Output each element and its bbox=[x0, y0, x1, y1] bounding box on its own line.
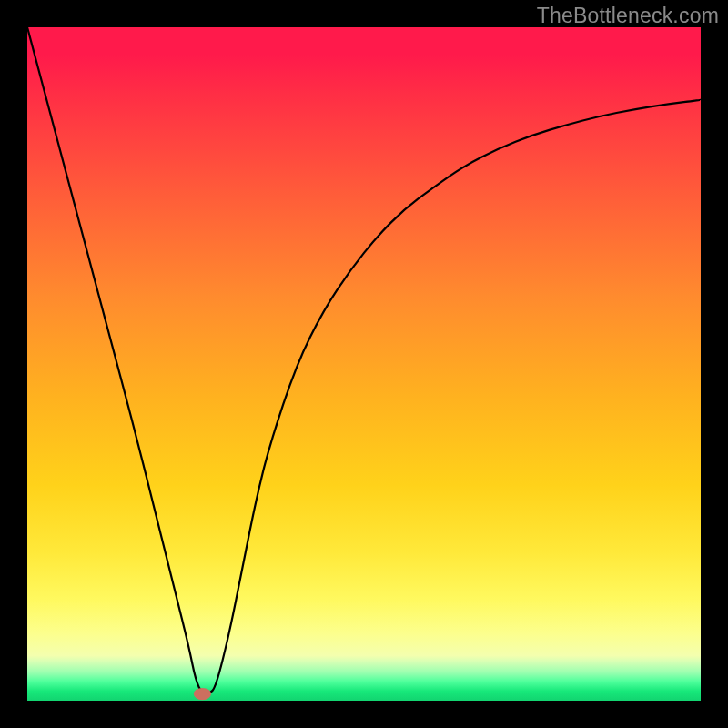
bottleneck-curve bbox=[27, 27, 701, 701]
plot-area bbox=[27, 27, 701, 701]
chart-frame: TheBottleneck.com bbox=[0, 0, 728, 728]
optimal-point-marker bbox=[194, 688, 211, 700]
watermark-text: TheBottleneck.com bbox=[537, 4, 719, 28]
